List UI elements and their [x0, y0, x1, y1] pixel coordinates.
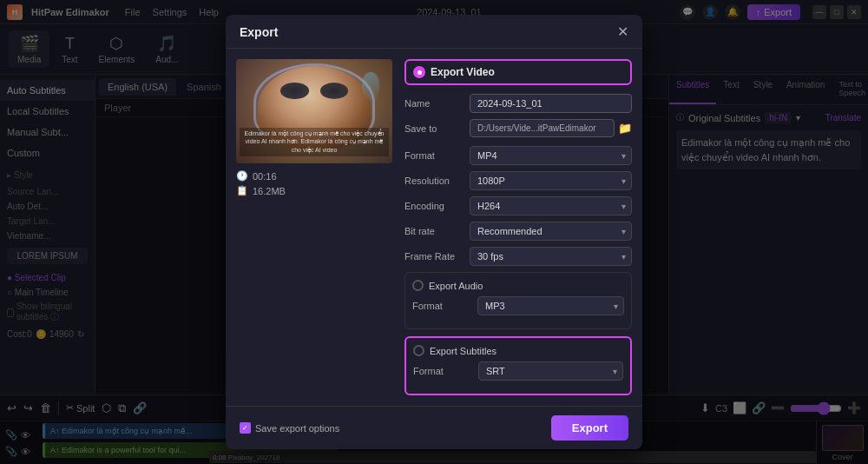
resolution-label: Resolution [404, 176, 470, 186]
export-video-section[interactable]: Export Video [404, 59, 632, 85]
duration-value: 00:16 [253, 171, 277, 182]
format-select-wrap: MP4 MOV AVI [470, 146, 632, 165]
export-subtitles-section: Export Subtitles Format SRT VTT ASS [404, 336, 632, 395]
filesize-row: 📋 16.2MB [236, 185, 392, 196]
export-audio-section: Export Audio Format MP3 AAC WAV [404, 272, 632, 329]
subtitle-format-select[interactable]: SRT VTT ASS [478, 361, 623, 381]
clock-icon: 🕐 [236, 170, 248, 182]
save-to-path: D:/Users/Vide...itPawEdimakor [470, 119, 615, 137]
audio-format-select-wrap: MP3 AAC WAV [477, 296, 624, 315]
export-video-label: Export Video [431, 66, 495, 78]
preview-info: 🕐 00:16 📋 16.2MB [236, 170, 392, 196]
preview-subtitle-text: Edimakor là một công cụ mạnh mẽ cho việc… [240, 128, 389, 156]
modal-preview: Edimakor là một công cụ mạnh mẽ cho việc… [236, 59, 392, 395]
modal-footer: Save export options Export [226, 406, 642, 449]
audio-format-select[interactable]: MP3 AAC WAV [477, 296, 624, 315]
subtitle-format-row: Format SRT VTT ASS [413, 361, 623, 381]
format-select[interactable]: MP4 MOV AVI [470, 146, 632, 165]
format-row: Format MP4 MOV AVI [404, 146, 632, 165]
name-label: Name [404, 98, 470, 109]
preview-image: Edimakor là một công cụ mạnh mẽ cho việc… [236, 59, 392, 163]
modal-form: Export Video Name Save to D:/Users/Vide.… [404, 59, 632, 395]
encoding-row: Encoding H264 H265 [404, 196, 632, 215]
save-to-label: Save to [404, 123, 470, 134]
modal-title: Export [240, 25, 278, 39]
save-options-row: Save export options [240, 422, 339, 434]
export-video-radio [413, 66, 425, 78]
framerate-row: Frame Rate 30 fps 24 fps 60 fps [404, 247, 632, 266]
audio-format-label: Format [412, 301, 477, 311]
framerate-select-wrap: 30 fps 24 fps 60 fps [470, 247, 632, 266]
resolution-row: Resolution 1080P 720P 4K [404, 171, 632, 190]
export-audio-radio-row: Export Audio [412, 280, 624, 291]
modal-header: Export ✕ [226, 15, 642, 49]
name-field: Name [404, 94, 632, 113]
export-subtitles-radio[interactable] [413, 345, 424, 356]
format-label: Format [404, 150, 470, 161]
export-audio-radio[interactable] [412, 280, 424, 291]
modal-export-button[interactable]: Export [551, 415, 628, 441]
modal-close-button[interactable]: ✕ [617, 25, 628, 39]
right-eye [320, 83, 349, 99]
bitrate-row: Bit rate Recommended High Low [404, 222, 632, 241]
modal-body: Edimakor là một công cụ mạnh mẽ cho việc… [226, 49, 642, 406]
subtitle-format-select-wrap: SRT VTT ASS [478, 361, 623, 381]
bitrate-select[interactable]: Recommended High Low [470, 222, 632, 241]
file-icon: 📋 [236, 185, 248, 196]
save-options-checkbox[interactable] [240, 422, 251, 434]
audio-format-row: Format MP3 AAC WAV [412, 296, 624, 315]
left-eye [280, 83, 309, 99]
framerate-select[interactable]: 30 fps 24 fps 60 fps [470, 247, 632, 266]
subtitle-section-header: Export Subtitles [413, 345, 623, 356]
export-audio-label: Export Audio [429, 281, 483, 291]
bitrate-select-wrap: Recommended High Low [470, 222, 632, 241]
folder-browse-button[interactable]: 📁 [618, 122, 632, 135]
save-to-field: Save to D:/Users/Vide...itPawEdimakor 📁 [404, 119, 632, 137]
export-subtitles-label: Export Subtitles [430, 346, 496, 356]
resolution-select-wrap: 1080P 720P 4K [470, 171, 632, 190]
filesize-value: 16.2MB [253, 186, 286, 196]
subtitle-format-label: Format [413, 366, 478, 376]
export-modal: Export ✕ Edimakor là một công [226, 15, 642, 449]
duration-row: 🕐 00:16 [236, 170, 392, 182]
resolution-select[interactable]: 1080P 720P 4K [470, 171, 632, 190]
bitrate-label: Bit rate [404, 226, 470, 236]
framerate-label: Frame Rate [404, 251, 470, 262]
modal-overlay: Export ✕ Edimakor là một công [0, 0, 868, 464]
name-input[interactable] [470, 94, 632, 113]
encoding-select-wrap: H264 H265 [470, 196, 632, 215]
save-options-label: Save export options [255, 423, 339, 434]
encoding-label: Encoding [404, 201, 470, 211]
encoding-select[interactable]: H264 H265 [470, 196, 632, 215]
